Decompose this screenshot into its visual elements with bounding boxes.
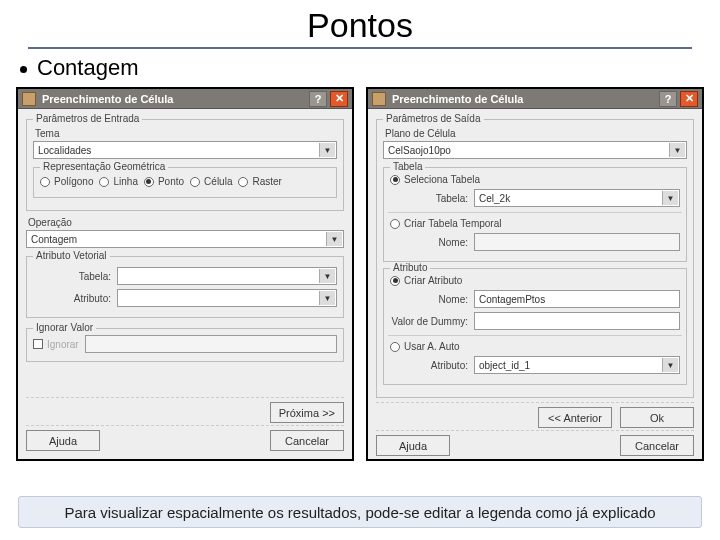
group-rep: Representação Geométrica Polígono Linha … xyxy=(33,167,337,198)
atrib-sel-value: object_id_1 xyxy=(479,360,530,371)
group-rep-title: Representação Geométrica xyxy=(40,161,168,172)
group-entrada: Parâmetros de Entrada Tema Localidades ▼… xyxy=(26,119,344,211)
ok-button[interactable]: Ok xyxy=(620,407,694,428)
tema-value: Localidades xyxy=(38,145,91,156)
chevron-down-icon[interactable]: ▼ xyxy=(319,269,335,283)
tema-label: Tema xyxy=(35,128,337,139)
titlebar-left-title: Preenchimento de Célula xyxy=(42,93,306,105)
rep-radio-row: Polígono Linha Ponto Célula Raster xyxy=(40,174,330,189)
plano-label: Plano de Célula xyxy=(385,128,687,139)
radio-linha[interactable]: Linha xyxy=(99,176,137,187)
close-icon[interactable]: ✕ xyxy=(680,91,698,107)
titlebar-right-title: Preenchimento de Célula xyxy=(392,93,656,105)
nome-tabela-input[interactable] xyxy=(474,233,680,251)
close-icon[interactable]: ✕ xyxy=(330,91,348,107)
radio-raster[interactable]: Raster xyxy=(238,176,281,187)
ignorar-input[interactable] xyxy=(85,335,337,353)
dialog-left: Preenchimento de Célula ? ✕ Parâmetros d… xyxy=(16,87,354,461)
group-entrada-title: Parâmetros de Entrada xyxy=(33,113,142,124)
dialog-right: Preenchimento de Célula ? ✕ Parâmetros d… xyxy=(366,87,704,461)
next-button[interactable]: Próxima >> xyxy=(270,402,344,423)
chevron-down-icon[interactable]: ▼ xyxy=(319,143,335,157)
tabela-sel-combo[interactable]: Cel_2k ▼ xyxy=(474,189,680,207)
group-saida: Parâmetros de Saída Plano de Célula CelS… xyxy=(376,119,694,398)
chevron-down-icon[interactable]: ▼ xyxy=(319,291,335,305)
nome-tabela-label: Nome: xyxy=(390,237,468,248)
cancel-button[interactable]: Cancelar xyxy=(620,435,694,456)
radio-usar-auto[interactable]: Usar A. Auto xyxy=(390,341,680,352)
help-button[interactable]: Ajuda xyxy=(376,435,450,456)
help-icon[interactable]: ? xyxy=(659,91,677,107)
operacao-combo[interactable]: Contagem ▼ xyxy=(26,230,344,248)
group-tabela-title: Tabela xyxy=(390,161,425,172)
check-ignorar[interactable]: Ignorar xyxy=(33,339,79,350)
operacao-value: Contagem xyxy=(31,234,77,245)
group-atrib-title: Atributo Vetorial xyxy=(33,250,110,261)
titlebar-right[interactable]: Preenchimento de Célula ? ✕ xyxy=(368,89,702,109)
radio-criar-tabela[interactable]: Criar Tabela Temporal xyxy=(390,218,680,229)
prev-button[interactable]: << Anterior xyxy=(538,407,612,428)
wizard-row-left: Próxima >> xyxy=(26,397,344,425)
title-rule xyxy=(28,47,692,49)
app-icon xyxy=(372,92,386,106)
group-atrib-vet: Atributo Vetorial Tabela: ▼ Atributo: ▼ xyxy=(26,256,344,318)
atrib-sel-label: Atributo: xyxy=(390,360,468,371)
group-ignorar-title: Ignorar Valor xyxy=(33,322,96,333)
app-icon xyxy=(22,92,36,106)
group-saida-title: Parâmetros de Saída xyxy=(383,113,484,124)
help-button[interactable]: Ajuda xyxy=(26,430,100,451)
footnote: Para visualizar espacialmente os resulta… xyxy=(18,496,702,528)
bullet-text: Contagem xyxy=(37,55,139,80)
tabela-label: Tabela: xyxy=(33,271,111,282)
atributo-combo[interactable]: ▼ xyxy=(117,289,337,307)
footer-right: Ajuda Cancelar xyxy=(376,430,694,458)
bullet-dot-icon xyxy=(20,66,27,73)
slide-title: Pontos xyxy=(0,6,720,45)
dummy-label: Valor de Dummy: xyxy=(390,316,468,327)
radio-poligono[interactable]: Polígono xyxy=(40,176,93,187)
operacao-label: Operação xyxy=(28,217,344,228)
nome-atrib-label: Nome: xyxy=(390,294,468,305)
radio-celula[interactable]: Célula xyxy=(190,176,232,187)
group-ignorar: Ignorar Valor Ignorar xyxy=(26,328,344,362)
chevron-down-icon[interactable]: ▼ xyxy=(669,143,685,157)
footer-left: Ajuda Cancelar xyxy=(26,425,344,453)
group-atributo: Atributo Criar Atributo Nome: ContagemPt… xyxy=(383,268,687,385)
plano-combo[interactable]: CelSaojo10po ▼ xyxy=(383,141,687,159)
nome-atrib-input[interactable]: ContagemPtos xyxy=(474,290,680,308)
group-tabela: Tabela Seleciona Tabela Tabela: Cel_2k ▼… xyxy=(383,167,687,262)
dialog-left-body: Parâmetros de Entrada Tema Localidades ▼… xyxy=(18,109,352,459)
tabela-combo[interactable]: ▼ xyxy=(117,267,337,285)
radio-ponto[interactable]: Ponto xyxy=(144,176,184,187)
wizard-row-right: << Anterior Ok xyxy=(376,402,694,430)
tabela-row-label: Tabela: xyxy=(390,193,468,204)
group-atributo-title: Atributo xyxy=(390,262,430,273)
help-icon[interactable]: ? xyxy=(309,91,327,107)
radio-criar-atrib[interactable]: Criar Atributo xyxy=(390,275,680,286)
chevron-down-icon[interactable]: ▼ xyxy=(662,358,678,372)
atrib-sel-combo[interactable]: object_id_1 ▼ xyxy=(474,356,680,374)
tabela-sel-value: Cel_2k xyxy=(479,193,510,204)
titlebar-left[interactable]: Preenchimento de Célula ? ✕ xyxy=(18,89,352,109)
dummy-input[interactable] xyxy=(474,312,680,330)
radio-sel-tabela[interactable]: Seleciona Tabela xyxy=(390,174,680,185)
chevron-down-icon[interactable]: ▼ xyxy=(326,232,342,246)
atributo-label: Atributo: xyxy=(33,293,111,304)
tema-combo[interactable]: Localidades ▼ xyxy=(33,141,337,159)
cancel-button[interactable]: Cancelar xyxy=(270,430,344,451)
bullet-item: Contagem xyxy=(20,55,720,81)
dialog-right-body: Parâmetros de Saída Plano de Célula CelS… xyxy=(368,109,702,459)
plano-value: CelSaojo10po xyxy=(388,145,451,156)
chevron-down-icon[interactable]: ▼ xyxy=(662,191,678,205)
